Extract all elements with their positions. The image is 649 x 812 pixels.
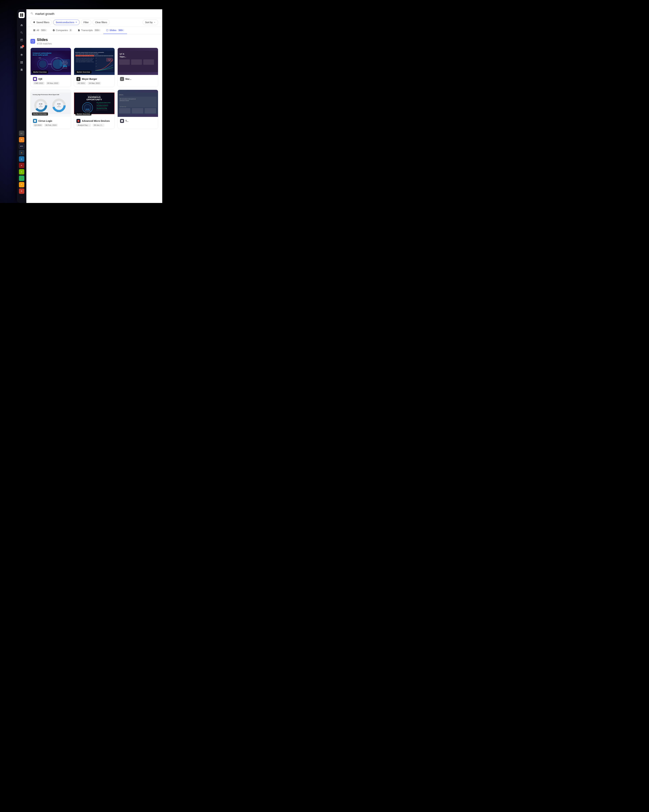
tab-transcripts-label: Transcripts xyxy=(81,29,93,32)
card-semicon-info: T... xyxy=(117,117,158,126)
search-bar: market growth xyxy=(26,9,162,18)
clear-filters-button[interactable]: Clear filters xyxy=(93,20,110,25)
svg-text:• Only about 5% of Germany's c: • Only about 5% of Germany's country are… xyxy=(76,59,93,60)
svg-text:Solar energy is no longer ques: Solar energy is no longer questionable; … xyxy=(76,55,96,56)
card-amd-info: Advanced Micro Devices Analyst Day ... 0… xyxy=(74,117,114,129)
company-logo-orange[interactable]: O xyxy=(19,137,24,142)
card-amd-company: Advanced Micro Devices xyxy=(76,119,112,123)
card-iqe-badge: Market Overview xyxy=(32,70,48,73)
remove-filter-icon[interactable]: ✕ xyxy=(75,21,77,23)
amd-event-tag: Analyst Day ... xyxy=(76,124,91,127)
filter-label: Filter xyxy=(84,21,89,24)
active-filter-chip[interactable]: Semiconductors ✕ xyxy=(53,20,79,25)
saved-filters-button[interactable]: Saved filters xyxy=(30,20,52,25)
svg-text:Growing High-Performance Mixed: Growing High-Performance Mixed-Signal SA… xyxy=(33,94,59,95)
iqe-company-logo xyxy=(33,77,37,81)
svg-text:400: 400 xyxy=(96,58,97,58)
sort-button[interactable]: Sort by xyxy=(143,20,158,25)
svg-text:Total:: Total: xyxy=(40,105,41,106)
card-meyer-info: Meyer Burger H2 2021 24 Mar, 2022 xyxy=(74,75,114,87)
sidebar-item-search[interactable] xyxy=(18,30,25,36)
tabs-bar: All 500+ Companies 8 Transcripts 500+ xyxy=(26,27,162,34)
semicon-company-logo xyxy=(120,119,124,123)
sidebar-item-bookmarks[interactable] xyxy=(18,67,25,73)
tab-all[interactable]: All 500+ xyxy=(30,27,50,34)
slides-section-header: Slides 4729 matches xyxy=(30,38,158,45)
sidebar-item-messages[interactable]: 1 xyxy=(18,44,25,50)
search-input[interactable]: market growth xyxy=(35,12,158,16)
cirrus-company-logo xyxy=(33,119,37,123)
tab-slides-count: 500+ xyxy=(117,29,124,32)
company-logo-arm[interactable]: arm xyxy=(19,143,24,149)
cards-grid-wrapper: Compound semiconductor device market gro… xyxy=(30,48,158,129)
tab-slides[interactable]: Slides 500+ xyxy=(104,27,127,34)
tab-transcripts-count: 500+ xyxy=(94,29,101,32)
svg-text:Commercial with hybrid workfor: Commercial with hybrid workforce xyxy=(96,107,107,108)
card-semicon-company: T... xyxy=(120,119,155,123)
svg-text:+2x TAM growth over the past t: +2x TAM growth over the past two years xyxy=(96,104,108,105)
card-thumbnail-cirrus: Growing High-Performance Mixed-Signal SA… xyxy=(30,90,71,117)
search-icon xyxy=(30,12,34,16)
svg-text:semiconductor: semiconductor xyxy=(62,62,68,63)
svg-text:After See up: After See up xyxy=(38,111,43,112)
slide-card-cirrus[interactable]: Growing High-Performance Mixed-Signal SA… xyxy=(30,90,71,129)
app-logo[interactable] xyxy=(18,12,25,18)
company-logo-leaf[interactable]: 🌿 xyxy=(19,176,24,181)
company-logo-red[interactable]: R xyxy=(19,188,24,194)
svg-rect-1 xyxy=(21,14,23,15)
svg-text:Oppo...: Oppo... xyxy=(120,56,126,58)
sidebar-item-grid[interactable] xyxy=(18,60,25,66)
company-logo-evms[interactable]: EV xyxy=(19,131,24,136)
sidebar-nav: 1 xyxy=(18,22,25,131)
company-logo-other1[interactable]: G xyxy=(19,156,24,162)
svg-text:2022: 2022 xyxy=(39,57,41,58)
sidebar-item-calendar[interactable] xyxy=(18,37,25,43)
card-iqe-info: IQE CMD 2022 09 Nov, 2022 xyxy=(30,75,71,87)
slide-card-amd[interactable]: GLOBAL PC MARKET ENORMOUS OPPORTUNITY Co… xyxy=(74,90,114,129)
svg-text:Sustained revenue and share gr: Sustained revenue and share growth xyxy=(96,110,107,110)
company-logo-amazon[interactable]: a xyxy=(19,150,24,155)
svg-text:• Strong Market Growth Drivers: • Strong Market Growth Drivers xyxy=(96,105,108,106)
company-logo-yellow[interactable]: Y xyxy=(19,182,24,188)
meyer-event-tag: H2 2021 xyxy=(76,82,86,85)
sidebar-item-home[interactable] xyxy=(18,22,25,28)
cirrus-event-tag: Q3 2024 xyxy=(33,124,43,127)
card-meyer-badge: Market Overview xyxy=(75,70,91,73)
filter-button[interactable]: Filter xyxy=(81,20,91,25)
tab-all-count: 500+ xyxy=(40,29,47,32)
more-companies-button[interactable]: ··· xyxy=(20,195,23,199)
tab-slides-label: Slides xyxy=(110,29,116,32)
svg-text:Semicon...: Semicon... xyxy=(119,94,124,95)
tab-companies[interactable]: Companies 8 xyxy=(50,27,75,34)
svg-text:SAM 2020: SAM 2020 xyxy=(39,106,43,107)
tab-transcripts[interactable]: Transcripts 500+ xyxy=(75,27,104,34)
company-logo-nvidia[interactable]: N xyxy=(19,169,24,174)
sidebar-item-layers[interactable] xyxy=(18,52,25,58)
svg-text:GLOBAL PC MARKET: GLOBAL PC MARKET xyxy=(87,95,101,96)
card-cirrus-info: Cirrus Logic Q3 2024 06 Feb, 2024 xyxy=(30,117,71,129)
slides-section-icon xyxy=(30,39,35,44)
svg-text:300: 300 xyxy=(96,60,97,61)
cirrus-date-tag: 06 Feb, 2024 xyxy=(44,124,58,127)
card-cirrus-meta: Q3 2024 06 Feb, 2024 xyxy=(33,124,69,127)
cirrus-company-name: Cirrus Logic xyxy=(38,119,52,122)
slide-card-meyer[interactable]: Worldwide energy demand and trend toward… xyxy=(74,48,114,87)
card-cirrus-company: Cirrus Logic xyxy=(33,119,69,123)
device-frame: 1 EV O xyxy=(17,9,162,203)
slide-card-iqe[interactable]: Compound semiconductor device market gro… xyxy=(30,48,71,87)
filter-bar: Saved filters Semiconductors ✕ Filter Cl… xyxy=(26,18,162,27)
company-logo-busab[interactable]: B xyxy=(19,163,24,168)
card-thumbnail-iqe: Compound semiconductor device market gro… xyxy=(30,48,71,75)
slide-card-iot[interactable]: IoT A Oppo... M Mar... xyxy=(117,48,158,87)
cards-grid: Compound semiconductor device market gro… xyxy=(30,48,158,129)
semicon-company-name: T... xyxy=(125,119,129,122)
sort-label: Sort by xyxy=(145,21,152,24)
svg-text:CAGR: CAGR xyxy=(108,60,111,61)
svg-text:• Solar module manufacturing s: • Solar module manufacturing silicon-bas… xyxy=(76,60,93,61)
svg-rect-44 xyxy=(131,60,142,65)
slide-card-semicon[interactable]: Semicon... IQE semiconductor market grow… xyxy=(117,90,158,129)
active-filter-label: Semiconductors xyxy=(56,21,75,24)
card-iot-info: M Mar... xyxy=(117,75,158,84)
card-amd-badge: Market Overview xyxy=(75,113,91,116)
svg-text:$50B: $50B xyxy=(86,108,89,110)
